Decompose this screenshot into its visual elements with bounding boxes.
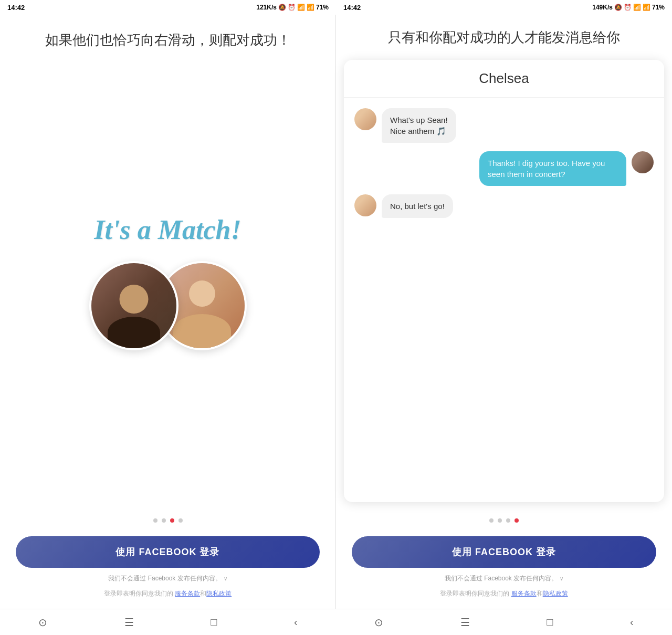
dot2-4-active	[514, 518, 519, 523]
status-bar-right: 14:42 149K/s 🔕 ⏰ 📶 📶 71%	[336, 0, 672, 15]
pagination-dots-1	[0, 510, 335, 531]
privacy-link-2[interactable]: 隐私政策	[543, 590, 568, 597]
nav-circle-icon-left[interactable]: ⊙	[38, 616, 47, 629]
match-avatars	[89, 261, 247, 350]
bell-icon: 🔕	[278, 4, 286, 11]
message-bubble-2: Thanks! I dig yours too. Have you seen t…	[479, 151, 626, 186]
terms-1: 登录即表明你同意我们的 服务条款和隐私政策	[104, 589, 232, 598]
main-screens: 如果他们也恰巧向右滑动，则配对成功！ It's a Match! 使用 FACE…	[0, 15, 672, 609]
nav-home-icon-right[interactable]: □	[547, 616, 553, 628]
signal-icon: 📶	[307, 4, 314, 11]
dot-2	[162, 518, 166, 523]
facebook-login-btn-2[interactable]: 使用 FACEBOOK 登录	[352, 536, 656, 568]
nav-circle-icon-right[interactable]: ⊙	[374, 616, 383, 629]
nav-menu-icon-left[interactable]: ☰	[124, 616, 134, 629]
message-row-2: Thanks! I dig yours too. Have you seen t…	[354, 151, 654, 186]
match-area: It's a Match!	[0, 55, 335, 510]
bottom-section-2: 使用 FACEBOOK 登录 我们不会通过 Facebook 发布任何内容。 ∨…	[336, 531, 672, 609]
status-bar-container: 14:42 121K/s 🔕 ⏰ 📶 📶 71% 14:42 149K/s 🔕 …	[0, 0, 672, 15]
status-icons-right: 149K/s 🔕 ⏰ 📶 📶 71%	[592, 4, 665, 11]
message-row-1: What's up Sean!Nice anthem 🎵	[354, 108, 654, 143]
msg-avatar-chelsea-2	[354, 194, 376, 216]
facebook-note-1: 我们不会通过 Facebook 发布任何内容。 ∨	[108, 574, 227, 583]
match-title: It's a Match!	[94, 214, 241, 245]
alarm-icon-r: ⏰	[624, 4, 632, 11]
dot-3-active	[170, 518, 174, 523]
screen2-heading: 只有和你配对成功的人才能发消息给你	[336, 15, 672, 52]
dot2-3	[506, 518, 510, 523]
chevron-down-icon: ∨	[224, 576, 227, 581]
dot-1	[153, 518, 158, 523]
facebook-note-2: 我们不会通过 Facebook 发布任何内容。 ∨	[445, 574, 563, 583]
nav-bars: ⊙ ☰ □ ‹ ⊙ ☰ □ ‹	[0, 609, 672, 635]
nav-bar-left: ⊙ ☰ □ ‹	[0, 609, 336, 635]
alarm-icon: ⏰	[288, 4, 296, 11]
message-bubble-3: No, but let's go!	[382, 194, 453, 218]
dot2-2	[498, 518, 502, 523]
message-row-3: No, but let's go!	[354, 194, 654, 218]
screen1-heading: 如果他们也恰巧向右滑动，则配对成功！	[0, 15, 335, 55]
bottom-section-1: 使用 FACEBOOK 登录 我们不会通过 Facebook 发布任何内容。 ∨…	[0, 531, 335, 609]
battery-left: 71%	[316, 4, 329, 11]
network-speed-right: 149K/s	[592, 4, 613, 11]
screen-chat: 只有和你配对成功的人才能发消息给你 Chelsea What's up Sean…	[336, 15, 672, 609]
status-bar-left: 14:42 121K/s 🔕 ⏰ 📶 📶 71%	[0, 0, 336, 15]
dot-4	[178, 518, 183, 523]
chat-card: Chelsea What's up Sean!Nice anthem 🎵	[344, 60, 664, 502]
dot2-1	[489, 518, 494, 523]
terms-2: 登录即表明你同意我们的 服务条款和隐私政策	[440, 589, 568, 598]
chat-contact-name: Chelsea	[344, 60, 664, 98]
chevron-down-icon-2: ∨	[560, 576, 563, 581]
nav-home-icon-left[interactable]: □	[211, 616, 217, 628]
battery-right: 71%	[652, 4, 665, 11]
wifi-icon-r: 📶	[633, 4, 641, 11]
signal-icon-r: 📶	[643, 4, 650, 11]
status-icons-left: 121K/s 🔕 ⏰ 📶 📶 71%	[256, 4, 329, 11]
nav-back-icon-right[interactable]: ‹	[630, 616, 634, 628]
nav-bar-right: ⊙ ☰ □ ‹	[336, 609, 672, 635]
terms-link-2[interactable]: 服务条款	[511, 590, 537, 597]
bell-icon-r: 🔕	[614, 4, 622, 11]
terms-link-1[interactable]: 服务条款	[175, 590, 200, 597]
privacy-link-1[interactable]: 隐私政策	[206, 590, 232, 597]
msg-avatar-sean	[632, 151, 654, 173]
chat-messages: What's up Sean!Nice anthem 🎵 Thanks! I d…	[344, 98, 664, 502]
pagination-dots-2	[336, 510, 672, 531]
wifi-icon: 📶	[297, 4, 305, 11]
time-left: 14:42	[7, 4, 25, 12]
facebook-login-btn-1[interactable]: 使用 FACEBOOK 登录	[16, 536, 320, 568]
message-bubble-1: What's up Sean!Nice anthem 🎵	[382, 108, 456, 143]
nav-menu-icon-right[interactable]: ☰	[460, 616, 470, 629]
time-right: 14:42	[343, 4, 361, 12]
msg-avatar-chelsea-1	[354, 108, 376, 130]
nav-back-icon-left[interactable]: ‹	[294, 616, 298, 628]
screen-match: 如果他们也恰巧向右滑动，则配对成功！ It's a Match! 使用 FACE…	[0, 15, 336, 609]
network-speed-left: 121K/s	[256, 4, 277, 11]
avatar-male	[89, 261, 178, 350]
